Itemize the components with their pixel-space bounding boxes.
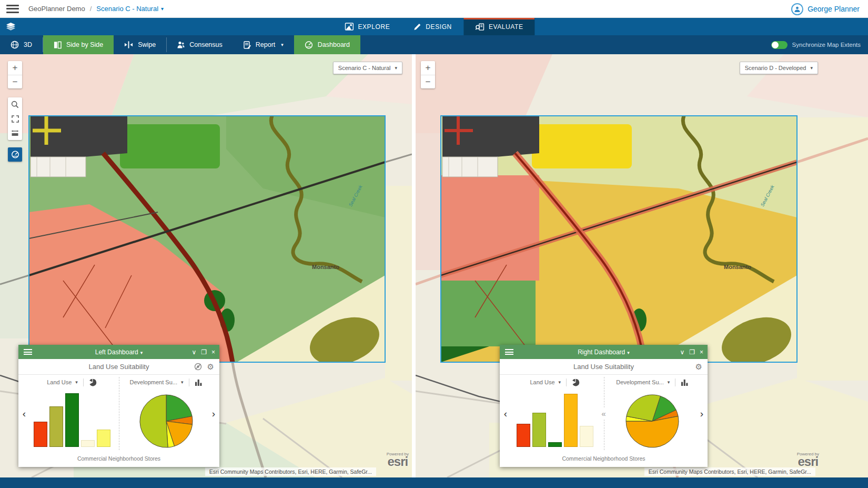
zoom-out-button[interactable]: − [8, 75, 22, 88]
chart-select-label[interactable]: Development Su... [129, 379, 177, 385]
chart-cell-header[interactable]: Land Use ▾ [30, 375, 114, 390]
tab-evaluate[interactable]: EVALUATE [463, 18, 535, 35]
swipe-button[interactable]: Swipe [114, 35, 166, 54]
zoom-in-button[interactable]: + [8, 61, 22, 75]
scenario-select-left[interactable]: Scenario C - Natural ▾ [333, 62, 402, 74]
map-attribution: Esri Community Maps Contributors, Esri, … [644, 467, 815, 476]
sync-extents-toggle[interactable] [771, 41, 788, 49]
zoom-in-button[interactable]: + [421, 61, 435, 75]
gear-icon[interactable]: ⚙ [207, 363, 214, 371]
panel-window-controls: ∨ ❐ × [191, 349, 215, 355]
map-label-city: Monsanto [724, 264, 751, 270]
layers-button[interactable] [0, 18, 21, 35]
panel-header[interactable]: Right Dashboard▾ ∨ ❐ × [500, 345, 708, 359]
caret-down-icon: ▾ [140, 350, 143, 355]
panel-window-controls: ∨ ❐ × [680, 349, 703, 355]
panel-title[interactable]: Right Dashboard▾ [500, 348, 708, 356]
mode-tabs: EXPLORE DESIGN EVALUATE [333, 18, 534, 35]
tab-design[interactable]: DESIGN [401, 18, 463, 35]
bar-chart-icon[interactable] [681, 379, 689, 386]
scenario-select-right[interactable]: Scenario D - Developed ▾ [740, 62, 818, 74]
button-label: Swipe [138, 41, 156, 48]
pie-slice-yellow-green [139, 394, 167, 447]
visibility-off-icon[interactable] [194, 363, 202, 371]
carousel-page-left-icon[interactable]: « [601, 407, 605, 420]
chart-cell-header[interactable]: Development Su... ▾ [609, 375, 697, 390]
collapse-icon[interactable]: ∨ [191, 349, 196, 355]
bar [548, 442, 562, 447]
user-menu[interactable]: George Planner [791, 0, 860, 18]
zoom-out-button[interactable]: − [421, 75, 435, 88]
widget-title: Land Use Suitability [500, 363, 708, 371]
expand-tool[interactable] [8, 112, 22, 126]
chart-cell-header[interactable]: Development Su... ▾ [124, 375, 208, 390]
tab-label: EXPLORE [358, 23, 390, 31]
chart-select-label[interactable]: Development Su... [616, 379, 664, 385]
maximize-icon[interactable]: ❐ [201, 349, 207, 355]
left-dashboard-panel: Left Dashboard▾ ∨ ❐ × Land Use Suitabili… [18, 345, 219, 467]
bar [81, 440, 95, 447]
maximize-icon[interactable]: ❐ [689, 349, 695, 355]
close-icon[interactable]: × [211, 349, 215, 355]
scenario-breadcrumb[interactable]: Scenario C - Natural [96, 5, 158, 13]
measure-tool[interactable] [8, 126, 22, 140]
gauge-icon [305, 41, 313, 49]
carousel-prev-button[interactable]: ‹ [500, 375, 511, 452]
3d-button[interactable]: 3D [0, 35, 43, 54]
caret-down-icon: ▾ [75, 380, 78, 385]
people-icon [177, 41, 185, 49]
esri-wordmark: esri [387, 456, 409, 467]
chart-cell-header[interactable]: Land Use ▾ [511, 375, 599, 390]
chart-divider: « [599, 375, 609, 452]
panel-title-text: Right Dashboard [578, 348, 625, 356]
close-icon[interactable]: × [700, 349, 703, 355]
carousel-prev-button[interactable]: ‹ [18, 375, 30, 452]
chart-select-label[interactable]: Land Use [47, 379, 72, 385]
pie-chart-icon[interactable] [89, 379, 97, 386]
caret-down-icon: ▾ [395, 65, 397, 71]
caret-down-icon: ▾ [627, 350, 630, 355]
collapse-icon[interactable]: ∨ [680, 349, 684, 355]
panel-header[interactable]: Left Dashboard▾ ∨ ❐ × [18, 345, 219, 359]
zoom-control-left: + − [8, 61, 22, 88]
side-by-side-button[interactable]: Side by Side [43, 35, 114, 54]
gear-icon[interactable]: ⚙ [695, 363, 702, 371]
dashboard-button[interactable]: Dashboard [294, 35, 360, 54]
widget-footer: Commercial Neighborhood Stores [18, 452, 219, 467]
divider [566, 379, 567, 386]
map-label-city: Monsanto [312, 264, 339, 270]
map-attribution: Esri Community Maps Contributors, Esri, … [205, 467, 376, 476]
search-tool[interactable] [8, 97, 22, 112]
tab-label: EVALUATE [489, 23, 523, 31]
dashboard-tool-active[interactable] [8, 147, 22, 162]
bar [97, 430, 110, 447]
bar-chart [30, 390, 114, 452]
app-title: GeoPlanner Demo [28, 5, 85, 13]
layers-icon [6, 22, 16, 31]
chart-select-label[interactable]: Land Use [530, 379, 554, 385]
report-button[interactable]: Report ▾ [233, 35, 294, 54]
esri-wordmark: esri [797, 456, 819, 467]
pie-chart-icon[interactable] [572, 379, 580, 386]
carousel-next-button[interactable]: › [208, 375, 219, 452]
carousel-next-button[interactable]: › [696, 375, 708, 452]
tab-explore[interactable]: EXPLORE [333, 18, 401, 35]
user-avatar-icon [791, 3, 803, 15]
chart-carousel: ‹ Land Use ▾ « Development Su... ▾ [500, 375, 708, 452]
bar-chart-icon[interactable] [195, 379, 203, 386]
right-dashboard-panel: Right Dashboard▾ ∨ ❐ × Land Use Suitabil… [500, 345, 708, 467]
chart-cell-land-use: Land Use ▾ [30, 375, 114, 452]
button-label: Consensus [189, 41, 223, 48]
breadcrumb-separator: / [90, 5, 92, 13]
consensus-button[interactable]: Consensus [167, 35, 233, 54]
panel-title[interactable]: Left Dashboard▾ [18, 348, 219, 356]
menu-icon[interactable] [6, 5, 19, 13]
caret-down-icon[interactable]: ▾ [161, 6, 164, 12]
breadcrumb: GeoPlanner Demo / Scenario C - Natural ▾ [28, 5, 164, 13]
selected-scenario: Scenario C - Natural [338, 65, 391, 71]
search-icon [11, 101, 19, 108]
swipe-icon [124, 41, 133, 48]
bar [49, 406, 63, 447]
selected-scenario: Scenario D - Developed [745, 65, 806, 71]
gauge-icon [11, 151, 19, 158]
